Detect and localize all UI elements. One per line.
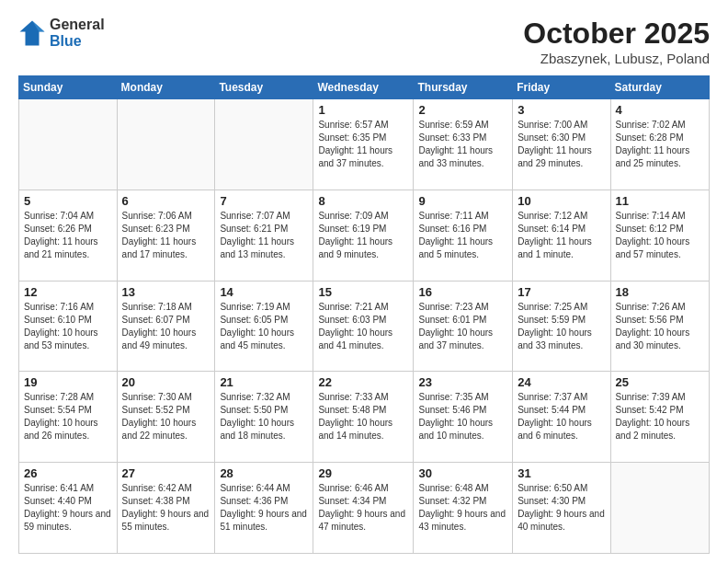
calendar-cell: 8Sunrise: 7:09 AM Sunset: 6:19 PM Daylig… [313,190,414,281]
title-block: October 2025 Zbaszynek, Lubusz, Poland [523,17,710,66]
calendar-cell: 12Sunrise: 7:16 AM Sunset: 6:10 PM Dayli… [19,281,118,372]
day-number: 31 [518,466,605,480]
weekday-header-cell: Monday [117,76,215,99]
header: General Blue October 2025 Zbaszynek, Lub… [18,17,710,66]
day-info: Sunrise: 7:14 AM Sunset: 6:12 PM Dayligh… [616,210,704,261]
day-info: Sunrise: 7:02 AM Sunset: 6:28 PM Dayligh… [616,119,704,170]
calendar-cell [117,99,215,190]
calendar-cell: 18Sunrise: 7:26 AM Sunset: 5:56 PM Dayli… [610,281,709,372]
day-info: Sunrise: 7:06 AM Sunset: 6:23 PM Dayligh… [122,210,210,261]
weekday-header-cell: Tuesday [215,76,313,99]
day-info: Sunrise: 7:32 AM Sunset: 5:50 PM Dayligh… [220,391,308,442]
day-number: 22 [318,375,408,389]
calendar-cell: 19Sunrise: 7:28 AM Sunset: 5:54 PM Dayli… [19,372,118,463]
calendar-cell: 10Sunrise: 7:12 AM Sunset: 6:14 PM Dayli… [513,190,610,281]
day-number: 12 [24,285,112,299]
day-number: 28 [220,466,308,480]
day-number: 24 [518,375,605,389]
day-number: 4 [616,103,704,117]
day-number: 23 [418,375,507,389]
calendar-cell: 15Sunrise: 7:21 AM Sunset: 6:03 PM Dayli… [313,281,414,372]
day-number: 14 [220,285,308,299]
day-number: 6 [122,194,210,208]
calendar-cell: 14Sunrise: 7:19 AM Sunset: 6:05 PM Dayli… [215,281,313,372]
calendar-cell: 27Sunrise: 6:42 AM Sunset: 4:38 PM Dayli… [117,463,215,554]
day-info: Sunrise: 7:28 AM Sunset: 5:54 PM Dayligh… [24,391,112,442]
weekday-header-cell: Friday [513,76,610,99]
day-info: Sunrise: 7:19 AM Sunset: 6:05 PM Dayligh… [220,301,308,352]
calendar-cell: 5Sunrise: 7:04 AM Sunset: 6:26 PM Daylig… [19,190,118,281]
day-info: Sunrise: 7:26 AM Sunset: 5:56 PM Dayligh… [616,301,704,352]
day-info: Sunrise: 7:37 AM Sunset: 5:44 PM Dayligh… [518,391,605,442]
calendar-cell [610,463,709,554]
day-info: Sunrise: 7:16 AM Sunset: 6:10 PM Dayligh… [24,301,112,352]
day-number: 25 [616,375,704,389]
calendar-cell: 9Sunrise: 7:11 AM Sunset: 6:16 PM Daylig… [414,190,513,281]
day-number: 19 [24,375,112,389]
day-number: 20 [122,375,210,389]
day-info: Sunrise: 7:18 AM Sunset: 6:07 PM Dayligh… [122,301,210,352]
day-number: 29 [318,466,408,480]
day-number: 2 [418,103,507,117]
logo-icon [18,19,46,47]
calendar-cell: 29Sunrise: 6:46 AM Sunset: 4:34 PM Dayli… [313,463,414,554]
day-info: Sunrise: 6:42 AM Sunset: 4:38 PM Dayligh… [122,482,210,534]
calendar-page: General Blue October 2025 Zbaszynek, Lub… [0,0,728,563]
calendar-week-row: 26Sunrise: 6:41 AM Sunset: 4:40 PM Dayli… [19,463,710,554]
day-number: 11 [616,194,704,208]
day-info: Sunrise: 6:59 AM Sunset: 6:33 PM Dayligh… [418,119,507,170]
weekday-header-cell: Thursday [414,76,513,99]
day-info: Sunrise: 6:48 AM Sunset: 4:32 PM Dayligh… [418,482,507,534]
calendar-cell: 21Sunrise: 7:32 AM Sunset: 5:50 PM Dayli… [215,372,313,463]
logo-general-text: General [50,17,105,33]
day-number: 5 [24,194,112,208]
calendar-cell: 13Sunrise: 7:18 AM Sunset: 6:07 PM Dayli… [117,281,215,372]
day-number: 26 [24,466,112,480]
day-info: Sunrise: 7:39 AM Sunset: 5:42 PM Dayligh… [616,391,704,442]
calendar-cell: 24Sunrise: 7:37 AM Sunset: 5:44 PM Dayli… [513,372,610,463]
calendar-week-row: 1Sunrise: 6:57 AM Sunset: 6:35 PM Daylig… [19,99,710,190]
calendar-week-row: 19Sunrise: 7:28 AM Sunset: 5:54 PM Dayli… [19,372,710,463]
day-info: Sunrise: 6:44 AM Sunset: 4:36 PM Dayligh… [220,482,308,534]
day-info: Sunrise: 6:46 AM Sunset: 4:34 PM Dayligh… [318,482,408,534]
day-number: 30 [418,466,507,480]
calendar-cell: 23Sunrise: 7:35 AM Sunset: 5:46 PM Dayli… [414,372,513,463]
calendar-cell: 28Sunrise: 6:44 AM Sunset: 4:36 PM Dayli… [215,463,313,554]
day-number: 21 [220,375,308,389]
calendar-body: 1Sunrise: 6:57 AM Sunset: 6:35 PM Daylig… [19,99,710,554]
location: Zbaszynek, Lubusz, Poland [523,51,710,66]
day-number: 15 [318,285,408,299]
day-info: Sunrise: 7:21 AM Sunset: 6:03 PM Dayligh… [318,301,408,352]
calendar-cell: 25Sunrise: 7:39 AM Sunset: 5:42 PM Dayli… [610,372,709,463]
day-info: Sunrise: 7:07 AM Sunset: 6:21 PM Dayligh… [220,210,308,261]
weekday-header-cell: Wednesday [313,76,414,99]
day-info: Sunrise: 7:11 AM Sunset: 6:16 PM Dayligh… [418,210,507,261]
calendar-cell: 7Sunrise: 7:07 AM Sunset: 6:21 PM Daylig… [215,190,313,281]
day-number: 8 [318,194,408,208]
day-number: 10 [518,194,605,208]
day-number: 27 [122,466,210,480]
weekday-header-cell: Saturday [610,76,709,99]
calendar-cell: 1Sunrise: 6:57 AM Sunset: 6:35 PM Daylig… [313,99,414,190]
day-number: 9 [418,194,507,208]
month-title: October 2025 [523,17,710,51]
day-number: 17 [518,285,605,299]
day-info: Sunrise: 7:09 AM Sunset: 6:19 PM Dayligh… [318,210,408,261]
day-number: 18 [616,285,704,299]
calendar-cell: 16Sunrise: 7:23 AM Sunset: 6:01 PM Dayli… [414,281,513,372]
calendar-cell: 22Sunrise: 7:33 AM Sunset: 5:48 PM Dayli… [313,372,414,463]
calendar-week-row: 5Sunrise: 7:04 AM Sunset: 6:26 PM Daylig… [19,190,710,281]
calendar-cell: 2Sunrise: 6:59 AM Sunset: 6:33 PM Daylig… [414,99,513,190]
calendar-cell [19,99,118,190]
calendar-cell [215,99,313,190]
calendar-cell: 11Sunrise: 7:14 AM Sunset: 6:12 PM Dayli… [610,190,709,281]
calendar-cell: 4Sunrise: 7:02 AM Sunset: 6:28 PM Daylig… [610,99,709,190]
calendar-cell: 6Sunrise: 7:06 AM Sunset: 6:23 PM Daylig… [117,190,215,281]
logo: General Blue [18,17,105,49]
day-info: Sunrise: 7:30 AM Sunset: 5:52 PM Dayligh… [122,391,210,442]
calendar-cell: 26Sunrise: 6:41 AM Sunset: 4:40 PM Dayli… [19,463,118,554]
day-number: 13 [122,285,210,299]
weekday-header-row: SundayMondayTuesdayWednesdayThursdayFrid… [19,76,710,99]
day-number: 16 [418,285,507,299]
day-info: Sunrise: 7:33 AM Sunset: 5:48 PM Dayligh… [318,391,408,442]
